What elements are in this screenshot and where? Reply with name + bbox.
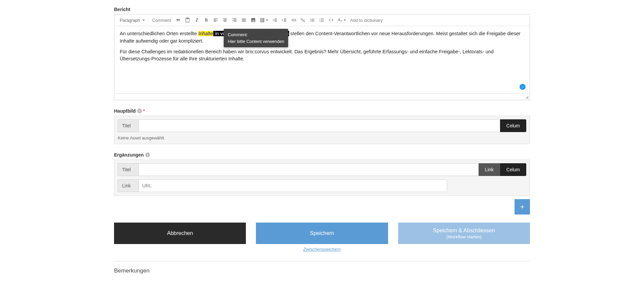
action-buttons: Abbrechen Speichern Zwischenspeichern Sp… bbox=[114, 223, 530, 252]
chevron-down-icon bbox=[142, 19, 145, 21]
link-icon[interactable] bbox=[289, 16, 298, 24]
celum-button[interactable]: Celum bbox=[500, 119, 526, 132]
tooltip-title: Comment: bbox=[228, 32, 284, 38]
editor-resize-handle[interactable] bbox=[114, 93, 530, 100]
text: Für diese Challenges im redaktionellen B… bbox=[120, 48, 524, 63]
erganz-url-input[interactable] bbox=[139, 179, 447, 192]
quote-icon[interactable] bbox=[174, 16, 182, 24]
comment-button[interactable]: Comment bbox=[150, 16, 173, 24]
bullet-list-icon[interactable] bbox=[308, 16, 317, 24]
link-tab-button[interactable]: Link bbox=[479, 163, 500, 176]
paste-icon[interactable] bbox=[183, 16, 192, 24]
no-asset-message: Keine Asset ausgewählt bbox=[118, 135, 526, 140]
divider bbox=[114, 261, 530, 261]
titel-addon: Titel bbox=[118, 119, 139, 132]
outdent-icon[interactable] bbox=[270, 16, 279, 24]
comment-tooltip: Comment: Hier bitte Content verwenden bbox=[224, 29, 288, 47]
add-dictionary-button[interactable]: Add to dictionary bbox=[348, 16, 385, 24]
align-justify-icon[interactable] bbox=[239, 16, 248, 24]
rich-text-editor: Paragraph Comment Add to dictionary bbox=[114, 14, 530, 100]
cancel-button[interactable]: Abbrechen bbox=[114, 223, 246, 244]
info-icon: i bbox=[137, 109, 142, 113]
paragraph-select[interactable]: Paragraph bbox=[117, 16, 148, 24]
check-badge-icon bbox=[520, 84, 526, 90]
finish-label: Speichern & Abschliessen bbox=[433, 228, 495, 234]
bold-icon[interactable] bbox=[202, 16, 211, 24]
code-icon[interactable] bbox=[327, 16, 335, 24]
indent-icon[interactable] bbox=[280, 16, 288, 24]
highlighted-text: Inhalte bbox=[198, 31, 214, 36]
hauptbild-titel-input[interactable] bbox=[139, 119, 500, 132]
text: An unterschiedlichen Orten erstellte bbox=[120, 31, 198, 36]
save-button[interactable]: Speichern bbox=[256, 223, 388, 244]
hauptbild-label: Hauptbild i* bbox=[114, 108, 530, 114]
erganzungen-panel: Titel Link Celum Link bbox=[114, 160, 530, 196]
paragraph-select-label: Paragraph bbox=[120, 18, 140, 23]
spellcheck-icon[interactable] bbox=[336, 16, 347, 24]
save-finish-button[interactable]: Speichern & Abschliessen (Workflow start… bbox=[398, 223, 530, 244]
erganzungen-label: Ergänzungen i bbox=[114, 152, 530, 158]
add-button[interactable] bbox=[515, 199, 530, 215]
plus-icon bbox=[519, 204, 525, 210]
required-marker: * bbox=[143, 108, 145, 114]
editor-toolbar: Paragraph Comment Add to dictionary bbox=[114, 14, 530, 26]
align-center-icon[interactable] bbox=[221, 16, 229, 24]
finish-sublabel: (Workflow starten) bbox=[446, 234, 482, 239]
tooltip-body: Hier bitte Content verwenden bbox=[228, 38, 284, 45]
editor-content[interactable]: An unterschiedlichen Orten erstellte Inh… bbox=[114, 26, 530, 93]
titel-addon: Titel bbox=[118, 163, 139, 176]
align-right-icon[interactable] bbox=[230, 16, 239, 24]
erganz-titel-input[interactable] bbox=[139, 163, 479, 176]
bericht-label: Bericht bbox=[114, 7, 530, 12]
link-addon: Link bbox=[118, 179, 139, 192]
unlink-icon[interactable] bbox=[299, 16, 307, 24]
hauptbild-panel: Titel Celum Keine Asset ausgewählt bbox=[114, 116, 530, 144]
numbered-list-icon[interactable] bbox=[317, 16, 326, 24]
italic-icon[interactable] bbox=[193, 16, 201, 24]
info-icon: i bbox=[145, 153, 150, 157]
autosave-link[interactable]: Zwischenspeichern bbox=[303, 247, 340, 252]
image-icon[interactable] bbox=[249, 16, 258, 24]
table-icon[interactable] bbox=[258, 16, 270, 24]
align-left-icon[interactable] bbox=[211, 16, 220, 24]
bemerkungen-heading: Bemerkungen bbox=[114, 267, 530, 274]
celum-tab-button[interactable]: Celum bbox=[500, 163, 526, 176]
